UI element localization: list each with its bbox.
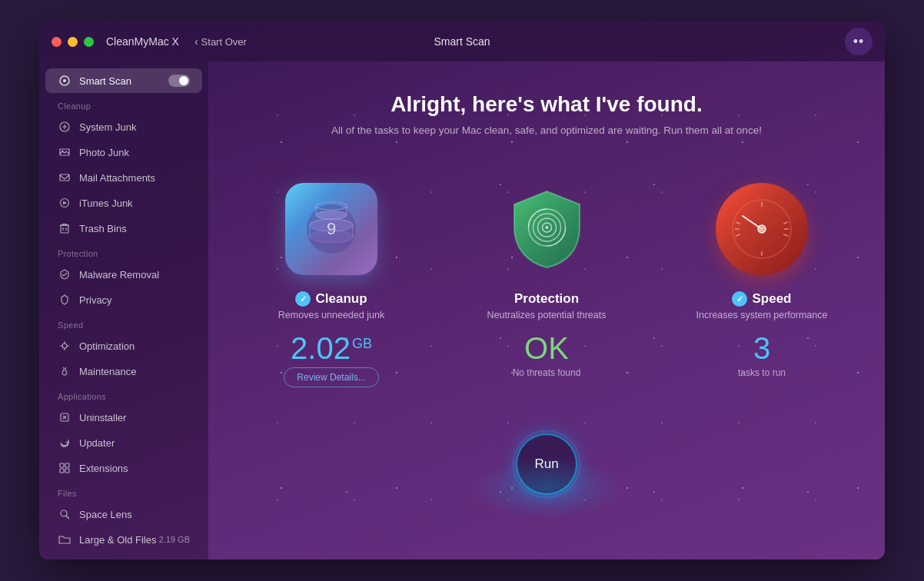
sidebar-item-itunes-junk[interactable]: iTunes Junk: [45, 191, 202, 215]
sidebar-item-mail-attachments[interactable]: Mail Attachments: [45, 165, 202, 190]
main-content: Alright, here's what I've found. All of …: [208, 61, 885, 559]
sidebar-item-shredder[interactable]: Shredder: [45, 553, 202, 559]
optimization-icon: [58, 339, 71, 353]
sidebar-label: Malware Removal: [79, 269, 159, 281]
titlebar: CleanMyMac X ‹ Start Over Smart Scan ••: [39, 22, 885, 61]
svg-line-30: [783, 233, 788, 237]
svg-line-32: [736, 233, 740, 237]
sidebar-item-space-lens[interactable]: Space Lens: [45, 502, 202, 526]
updater-icon: [58, 436, 71, 450]
sidebar-label: Large & Old Files: [79, 534, 156, 546]
protection-desc: Neutralizes potential threats: [487, 310, 607, 320]
section-speed: Speed: [39, 313, 208, 333]
mail-icon: [58, 171, 71, 184]
sidebar-item-maintenance[interactable]: Maintenance: [45, 359, 202, 383]
extensions-icon: [58, 461, 71, 475]
sidebar-label: Maintenance: [79, 366, 136, 377]
start-over-button[interactable]: ‹ Start Over: [194, 35, 247, 48]
main-layout: Smart Scan Cleanup System Junk: [39, 61, 885, 559]
sidebar-item-privacy[interactable]: Privacy: [45, 287, 202, 312]
speed-check-icon: ✓: [732, 291, 747, 307]
itunes-icon: [58, 196, 71, 210]
app-window: CleanMyMac X ‹ Start Over Smart Scan •• …: [39, 22, 885, 559]
sidebar-item-trash-bins[interactable]: Trash Bins: [45, 216, 202, 241]
sidebar-label: Space Lens: [79, 509, 132, 520]
protection-label-row: Protection: [514, 291, 579, 307]
cards-row: 9 ✓ Cleanup Removes unneeded junk 2.02GB: [231, 164, 862, 403]
back-arrow-icon: ‹: [194, 35, 198, 48]
cleanup-label: Cleanup: [315, 291, 367, 307]
menu-button[interactable]: ••: [845, 28, 872, 55]
speed-label-row: ✓ Speed: [732, 291, 791, 307]
sidebar: Smart Scan Cleanup System Junk: [39, 61, 208, 559]
minimize-button[interactable]: [68, 37, 78, 47]
smart-scan-toggle[interactable]: [168, 75, 190, 87]
svg-rect-11: [60, 469, 64, 473]
sidebar-item-large-old-files[interactable]: Large & Old Files 2.19 GB: [45, 527, 202, 552]
sidebar-label: Extensions: [79, 463, 128, 474]
sidebar-label: Uninstaller: [79, 412, 126, 423]
svg-point-7: [62, 344, 67, 348]
review-details-button[interactable]: Review Details...: [284, 367, 378, 387]
dots-icon: ••: [853, 34, 865, 50]
svg-point-25: [545, 226, 548, 229]
folder-icon: [58, 533, 71, 546]
sidebar-label: Photo Junk: [79, 147, 129, 158]
sidebar-label: Optimization: [79, 340, 135, 352]
sidebar-item-optimization[interactable]: Optimization: [45, 334, 202, 358]
svg-rect-12: [65, 469, 69, 473]
sidebar-item-smart-scan[interactable]: Smart Scan: [45, 68, 202, 93]
cleanup-disk-icon: 9: [285, 183, 377, 275]
svg-text:9: 9: [327, 219, 336, 238]
protection-label: Protection: [514, 291, 579, 307]
svg-rect-9: [60, 463, 64, 467]
sidebar-item-photo-junk[interactable]: Photo Junk: [45, 140, 202, 164]
photo-junk-icon: [58, 145, 71, 159]
speed-sub: tasks to run: [738, 367, 786, 378]
cleanup-check-icon: ✓: [295, 291, 311, 307]
sidebar-item-system-junk[interactable]: System Junk: [45, 115, 202, 139]
svg-rect-6: [61, 225, 68, 233]
svg-point-36: [758, 225, 766, 233]
speed-card: ✓ Speed Increases system performance 3 t…: [662, 164, 862, 403]
malware-icon: [58, 267, 71, 281]
speed-label: Speed: [752, 291, 791, 307]
sidebar-item-updater[interactable]: Updater: [45, 430, 202, 455]
speed-icon-wrap: [712, 179, 812, 279]
sidebar-label: iTunes Junk: [79, 198, 133, 209]
run-button[interactable]: Run: [516, 433, 577, 495]
close-button[interactable]: [52, 37, 61, 47]
sidebar-label: Updater: [79, 437, 115, 449]
protection-card: Protection Neutralizes potential threats…: [447, 164, 646, 403]
space-lens-icon: [58, 507, 71, 521]
sidebar-item-malware-removal[interactable]: Malware Removal: [45, 262, 202, 287]
sidebar-item-uninstaller[interactable]: Uninstaller: [45, 405, 202, 430]
shredder-icon: [58, 558, 71, 559]
section-files: Files: [39, 481, 208, 501]
speed-value: 3: [753, 331, 770, 366]
speed-desc: Increases system performance: [696, 310, 828, 320]
sidebar-label: Privacy: [79, 294, 112, 306]
svg-point-1: [63, 79, 66, 82]
svg-point-19: [316, 211, 347, 220]
privacy-icon: [58, 293, 71, 307]
cleanup-card: 9 ✓ Cleanup Removes unneeded junk 2.02GB: [231, 164, 431, 403]
fullscreen-button[interactable]: [84, 37, 94, 47]
traffic-lights: [52, 37, 94, 47]
titlebar-title: Smart Scan: [434, 35, 490, 48]
svg-point-13: [61, 510, 67, 516]
sidebar-item-label: Smart Scan: [79, 75, 131, 87]
smart-scan-icon: [58, 74, 71, 88]
sidebar-label: System Junk: [79, 121, 136, 133]
section-cleanup: Cleanup: [39, 94, 208, 114]
svg-rect-4: [60, 174, 69, 181]
large-files-size: 2.19 GB: [159, 535, 190, 544]
page-subtitle: All of the tasks to keep your Mac clean,…: [331, 124, 762, 136]
sidebar-item-extensions[interactable]: Extensions: [45, 456, 202, 480]
run-button-wrap: Run: [516, 433, 577, 495]
sidebar-label: Shredder: [79, 559, 120, 560]
trash-icon: [58, 221, 71, 235]
cleanup-value: 2.02GB: [291, 331, 372, 366]
start-over-label: Start Over: [201, 36, 247, 48]
svg-line-34: [736, 221, 740, 225]
